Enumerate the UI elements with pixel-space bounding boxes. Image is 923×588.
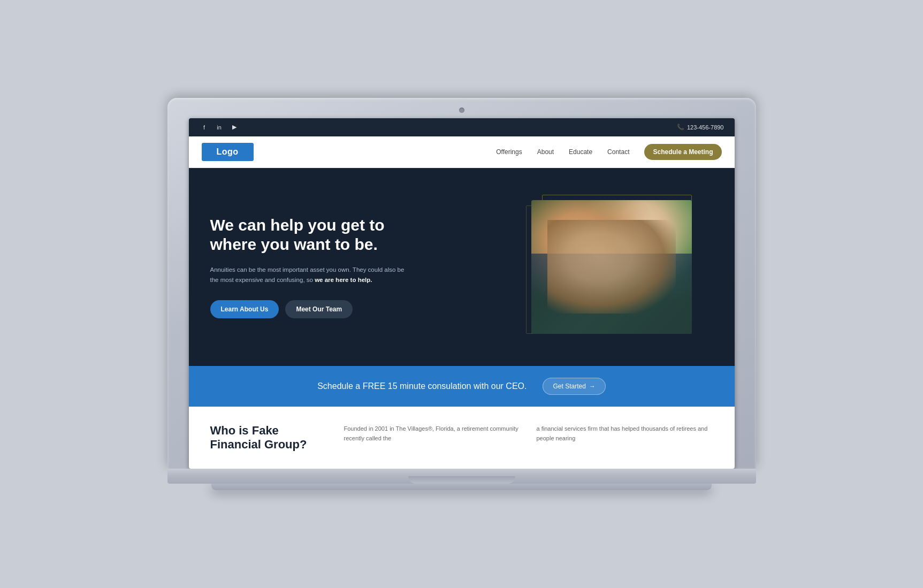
schedule-meeting-button[interactable]: Schedule a Meeting [644,144,721,160]
facebook-icon[interactable]: f [200,123,209,132]
nav-educate[interactable]: Educate [569,148,592,156]
laptop-foot [211,484,712,490]
phone-info: 📞 123-456-7890 [677,124,724,131]
top-bar: f in ▶ 📞 123-456-7890 [189,118,735,136]
screen: f in ▶ 📞 123-456-7890 Logo Offerings Abo… [189,118,735,469]
nav-contact[interactable]: Contact [607,148,629,156]
nav-links: Offerings About Educate Contact Schedule… [496,144,721,160]
get-started-button[interactable]: Get Started → [543,378,605,395]
hero-image [531,200,692,334]
nav-bar: Logo Offerings About Educate Contact Sch… [189,136,735,168]
about-col1: Founded in 2001 in The Villages®, Florid… [344,424,521,443]
nav-about[interactable]: About [537,148,554,156]
hero-image-area [521,195,703,339]
cta-banner: Schedule a FREE 15 minute consulation wi… [189,366,735,407]
people-photo [531,200,692,334]
meet-our-team-button[interactable]: Meet Our Team [285,300,353,318]
cta-text: Schedule a FREE 15 minute consulation wi… [317,381,527,391]
about-col2: a financial services firm that has helpe… [537,424,713,443]
logo[interactable]: Logo [202,143,254,161]
learn-about-us-button[interactable]: Learn About Us [210,300,279,318]
hero-desc-bold: we are here to help. [315,277,372,283]
hero-section: We can help you get to where you want to… [189,168,735,366]
laptop-base [167,469,756,484]
hero-content: We can help you get to where you want to… [210,216,414,318]
hero-buttons: Learn About Us Meet Our Team [210,300,414,318]
get-started-label: Get Started [553,383,585,390]
nav-offerings[interactable]: Offerings [496,148,522,156]
youtube-icon[interactable]: ▶ [230,123,239,132]
social-icons: f in ▶ [200,123,239,132]
linkedin-icon[interactable]: in [215,123,224,132]
hero-title: We can help you get to where you want to… [210,216,414,254]
arrow-icon: → [589,383,596,390]
about-title: Who is Fake Financial Group? [210,424,328,452]
about-section: Who is Fake Financial Group? Founded in … [189,407,735,469]
hero-desc-plain: Annuities can be the most important asse… [210,266,405,283]
phone-icon: 📞 [677,124,684,131]
phone-number: 123-456-7890 [687,124,724,131]
hero-description: Annuities can be the most important asse… [210,265,414,285]
laptop-frame: f in ▶ 📞 123-456-7890 Logo Offerings Abo… [167,98,756,491]
screen-bezel: f in ▶ 📞 123-456-7890 Logo Offerings Abo… [167,98,756,469]
